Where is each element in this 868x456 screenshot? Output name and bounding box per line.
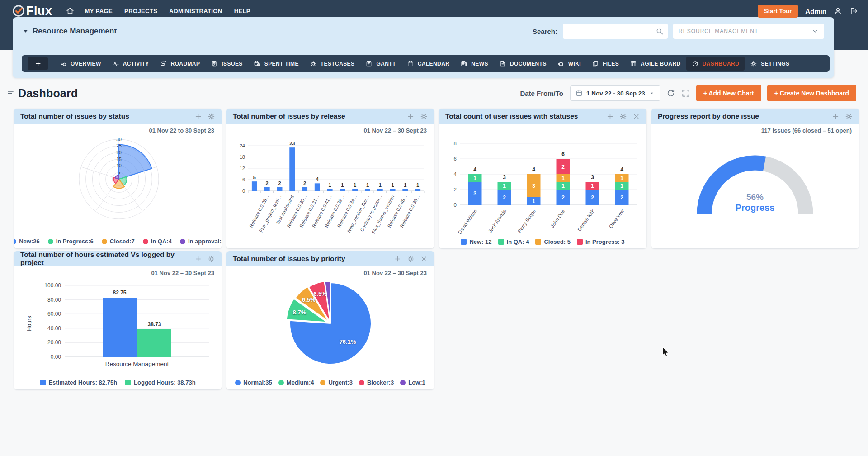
user-icon[interactable] <box>834 7 842 15</box>
refresh-button[interactable] <box>666 89 675 98</box>
legend-item[interactable]: In Progress: 3 <box>577 238 625 245</box>
date-range-value: 1 Nov 22 - 30 Sep 23 <box>586 90 645 97</box>
chart-legend: New:26In Progress:6Closed:7In QA:4In app… <box>19 238 216 247</box>
tab-settings[interactable]: SETTINGS <box>745 57 795 71</box>
card-settings-icon[interactable] <box>420 113 428 120</box>
card-add-icon[interactable] <box>194 113 202 120</box>
legend-label: Closed:7 <box>110 238 135 245</box>
app-logo[interactable]: Flux <box>12 4 52 18</box>
tab-overview[interactable]: OVERVIEW <box>54 57 107 71</box>
nav-item-my-page[interactable]: MY PAGE <box>85 8 113 14</box>
legend-item[interactable]: In Progress:6 <box>48 238 94 245</box>
project-select-dropdown[interactable]: RESOURCE MANAGEMENT <box>673 24 824 39</box>
tab-label: FILES <box>603 61 619 67</box>
legend-item[interactable]: In QA:4 <box>143 238 172 245</box>
wiki-icon <box>557 60 565 67</box>
card-add-icon[interactable] <box>606 113 614 120</box>
search-label: Search: <box>533 28 557 35</box>
card-issues-by-release: Total number of issues by release 01 Nov… <box>226 109 434 248</box>
app: Flux MY PAGEPROJECTSADMINISTRATIONHELP S… <box>0 0 868 456</box>
card-settings-icon[interactable] <box>407 255 415 263</box>
tab-label: ACTIVITY <box>123 61 149 67</box>
card-actions <box>194 255 215 263</box>
search-input[interactable] <box>563 24 668 39</box>
legend-marker <box>180 239 185 244</box>
legend-item[interactable]: In QA: 4 <box>498 238 529 245</box>
card-close-icon[interactable] <box>632 113 640 120</box>
legend-label: In QA: 4 <box>507 238 529 245</box>
tab-label: ISSUES <box>222 61 242 67</box>
logout-icon[interactable] <box>849 7 858 15</box>
card-add-icon[interactable] <box>407 113 415 120</box>
card-title: Total count of user issues with statuses <box>445 112 578 120</box>
card-close-icon[interactable] <box>420 255 428 263</box>
legend-item[interactable]: In approval:3 <box>180 238 222 245</box>
tab-gantt[interactable]: GANTT <box>360 57 401 71</box>
legend-item[interactable]: Closed:7 <box>102 238 135 245</box>
card-settings-icon-glyph <box>420 113 428 120</box>
nav-item-help[interactable]: HELP <box>234 8 250 14</box>
legend-item[interactable]: Estimated Hours: 82.75h <box>40 379 117 386</box>
search-icon[interactable] <box>656 27 664 35</box>
card-add-icon[interactable] <box>194 255 202 263</box>
svg-text:6: 6 <box>561 151 565 157</box>
project-selector[interactable]: Resource Management <box>23 27 117 36</box>
tab-label: DASHBOARD <box>703 61 740 67</box>
legend-item[interactable]: Closed: 5 <box>535 238 571 245</box>
legend-item[interactable]: Blocker:3 <box>359 379 394 386</box>
tab-spent-time[interactable]: SPENT TIME <box>248 57 304 71</box>
user-name[interactable]: Admin <box>805 7 826 15</box>
tab-dashboard[interactable]: DASHBOARD <box>686 57 745 71</box>
add-tab-button[interactable] <box>28 57 48 70</box>
tab-calendar[interactable]: CALENDAR <box>401 57 455 71</box>
svg-text:Hours: Hours <box>26 316 33 331</box>
start-tour-button[interactable]: Start Tour <box>758 5 798 18</box>
legend-marker <box>102 239 107 244</box>
card-settings-icon[interactable] <box>619 113 627 120</box>
card-settings-icon[interactable] <box>845 113 853 120</box>
svg-text:15: 15 <box>116 157 122 162</box>
nav-item-projects[interactable]: PROJECTS <box>124 8 157 14</box>
svg-text:2: 2 <box>303 180 306 186</box>
tab-roadmap[interactable]: ROADMAP <box>155 57 206 71</box>
tab-label: NEWS <box>471 61 488 67</box>
card-date-range: 01 Nov 22 – 30 Sept 23 <box>19 269 216 278</box>
testcases-icon <box>310 60 317 67</box>
legend-item[interactable]: New: 12 <box>461 238 491 245</box>
svg-text:Olive Yew: Olive Yew <box>608 208 625 229</box>
svg-text:18: 18 <box>240 154 245 160</box>
card-add-icon[interactable] <box>832 113 840 120</box>
svg-text:4: 4 <box>316 176 319 182</box>
card-add-icon-glyph <box>606 113 614 120</box>
tab-files[interactable]: FILES <box>586 57 624 71</box>
legend-item[interactable]: Medium:4 <box>278 379 314 386</box>
card-add-icon[interactable] <box>394 255 401 263</box>
card-settings-icon[interactable] <box>208 113 215 120</box>
legend-item[interactable]: New:26 <box>14 238 40 245</box>
tab-testcases[interactable]: TESTCASES <box>304 57 360 71</box>
date-range-picker[interactable]: 1 Nov 22 - 30 Sep 23 <box>570 86 660 101</box>
card-date-range: 01 Nov 22 to 30 Sept 23 <box>19 126 216 136</box>
card-title: Progress report by done issue <box>658 112 759 120</box>
tab-documents[interactable]: DOCUMENTS <box>494 57 552 71</box>
tab-agile-board[interactable]: AGILE BOARD <box>624 57 686 71</box>
search-icon-glyph <box>656 27 664 35</box>
nav-item-administration[interactable]: ADMINISTRATION <box>169 8 222 14</box>
create-new-dashboard-button[interactable]: + Create New Dashboard <box>767 85 856 101</box>
legend-item[interactable]: Low:1 <box>400 379 425 386</box>
fullscreen-button[interactable] <box>681 89 690 98</box>
tab-wiki[interactable]: WIKI <box>552 57 586 71</box>
legend-item[interactable]: Normal:35 <box>235 379 272 386</box>
dashboard-menu-icon[interactable] <box>7 90 14 97</box>
svg-text:1: 1 <box>329 182 331 188</box>
card-user-issues-statuses: Total count of user issues with statuses… <box>439 109 646 248</box>
tab-activity[interactable]: ACTIVITY <box>107 57 155 71</box>
legend-item[interactable]: Logged Hours: 38.73h <box>125 379 196 386</box>
tab-issues[interactable]: ISSUES <box>205 57 248 71</box>
legend-item[interactable]: Urgent:3 <box>320 379 352 386</box>
add-new-chart-button[interactable]: + Add New Chart <box>696 85 761 101</box>
home-icon[interactable] <box>66 7 74 15</box>
tab-news[interactable]: NEWS <box>455 57 494 71</box>
svg-text:1: 1 <box>404 182 406 188</box>
card-settings-icon[interactable] <box>208 255 215 263</box>
